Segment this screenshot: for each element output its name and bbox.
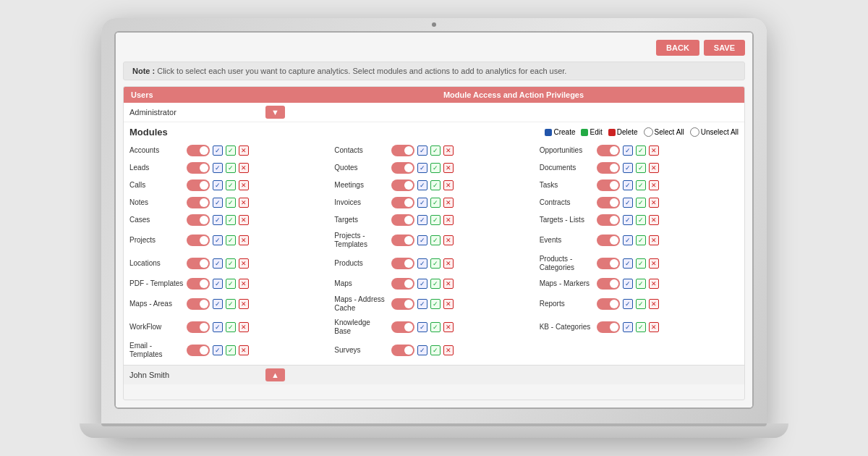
edit-checkbox[interactable]: ✓ bbox=[636, 198, 646, 208]
create-checkbox[interactable]: ✓ bbox=[623, 215, 633, 225]
module-toggle[interactable] bbox=[187, 321, 210, 333]
create-checkbox[interactable]: ✓ bbox=[213, 258, 223, 269]
edit-checkbox[interactable]: ✓ bbox=[226, 215, 236, 225]
unselect-all-radio[interactable] bbox=[690, 127, 699, 137]
create-checkbox[interactable]: ✓ bbox=[213, 215, 223, 225]
create-checkbox[interactable]: ✓ bbox=[623, 322, 633, 332]
module-toggle[interactable] bbox=[391, 214, 414, 226]
delete-checkbox[interactable]: ✕ bbox=[443, 215, 454, 225]
module-toggle[interactable] bbox=[597, 180, 620, 191]
edit-checkbox[interactable]: ✓ bbox=[226, 198, 236, 208]
module-toggle[interactable] bbox=[597, 235, 620, 246]
edit-checkbox[interactable]: ✓ bbox=[636, 258, 646, 269]
delete-checkbox[interactable]: ✕ bbox=[239, 258, 249, 269]
edit-checkbox[interactable]: ✓ bbox=[430, 163, 441, 173]
edit-checkbox[interactable]: ✓ bbox=[430, 299, 441, 309]
create-checkbox[interactable]: ✓ bbox=[213, 145, 223, 156]
user-dropdown-up-button[interactable]: ▲ bbox=[265, 368, 285, 381]
delete-checkbox[interactable]: ✕ bbox=[239, 345, 249, 355]
create-checkbox[interactable]: ✓ bbox=[417, 163, 427, 173]
delete-checkbox[interactable]: ✕ bbox=[443, 345, 454, 355]
create-checkbox[interactable]: ✓ bbox=[417, 345, 427, 355]
create-checkbox[interactable]: ✓ bbox=[623, 198, 633, 208]
module-toggle[interactable] bbox=[391, 278, 414, 290]
create-checkbox[interactable]: ✓ bbox=[213, 163, 223, 173]
edit-checkbox[interactable]: ✓ bbox=[226, 299, 236, 309]
delete-checkbox[interactable]: ✕ bbox=[649, 322, 659, 332]
module-toggle[interactable] bbox=[187, 258, 210, 269]
delete-checkbox[interactable]: ✕ bbox=[239, 163, 249, 173]
delete-checkbox[interactable]: ✕ bbox=[443, 163, 454, 173]
delete-checkbox[interactable]: ✕ bbox=[443, 258, 454, 269]
module-toggle[interactable] bbox=[391, 235, 414, 246]
edit-checkbox[interactable]: ✓ bbox=[430, 258, 441, 269]
create-checkbox[interactable]: ✓ bbox=[213, 345, 223, 355]
back-button[interactable]: BACK bbox=[656, 40, 699, 56]
edit-checkbox[interactable]: ✓ bbox=[430, 235, 441, 245]
select-all-radio[interactable] bbox=[644, 127, 653, 137]
delete-checkbox[interactable]: ✕ bbox=[443, 322, 454, 332]
edit-checkbox[interactable]: ✓ bbox=[430, 145, 441, 156]
module-toggle[interactable] bbox=[187, 214, 210, 226]
edit-checkbox[interactable]: ✓ bbox=[226, 345, 236, 355]
module-toggle[interactable] bbox=[187, 345, 210, 356]
create-checkbox[interactable]: ✓ bbox=[213, 180, 223, 190]
delete-checkbox[interactable]: ✕ bbox=[649, 215, 659, 225]
delete-checkbox[interactable]: ✕ bbox=[649, 235, 659, 245]
edit-checkbox[interactable]: ✓ bbox=[636, 322, 646, 332]
edit-checkbox[interactable]: ✓ bbox=[226, 163, 236, 173]
create-checkbox[interactable]: ✓ bbox=[623, 299, 633, 309]
edit-checkbox[interactable]: ✓ bbox=[226, 235, 236, 245]
module-toggle[interactable] bbox=[597, 145, 620, 156]
delete-checkbox[interactable]: ✕ bbox=[239, 198, 249, 208]
edit-checkbox[interactable]: ✓ bbox=[226, 180, 236, 190]
module-toggle[interactable] bbox=[187, 197, 210, 208]
module-toggle[interactable] bbox=[597, 321, 620, 333]
module-toggle[interactable] bbox=[391, 145, 414, 156]
delete-checkbox[interactable]: ✕ bbox=[239, 299, 249, 309]
delete-checkbox[interactable]: ✕ bbox=[649, 163, 659, 173]
delete-checkbox[interactable]: ✕ bbox=[443, 180, 454, 190]
module-toggle[interactable] bbox=[391, 162, 414, 174]
module-toggle[interactable] bbox=[187, 278, 210, 290]
module-toggle[interactable] bbox=[391, 258, 414, 269]
create-checkbox[interactable]: ✓ bbox=[417, 180, 427, 190]
edit-checkbox[interactable]: ✓ bbox=[636, 279, 646, 289]
delete-checkbox[interactable]: ✕ bbox=[443, 235, 454, 245]
delete-checkbox[interactable]: ✕ bbox=[239, 145, 249, 156]
module-toggle[interactable] bbox=[597, 162, 620, 174]
create-checkbox[interactable]: ✓ bbox=[213, 299, 223, 309]
delete-checkbox[interactable]: ✕ bbox=[443, 299, 454, 309]
module-toggle[interactable] bbox=[597, 298, 620, 310]
module-toggle[interactable] bbox=[391, 298, 414, 310]
edit-checkbox[interactable]: ✓ bbox=[430, 198, 441, 208]
select-all-label[interactable]: Select All bbox=[644, 127, 684, 137]
create-checkbox[interactable]: ✓ bbox=[417, 198, 427, 208]
delete-checkbox[interactable]: ✕ bbox=[239, 180, 249, 190]
create-checkbox[interactable]: ✓ bbox=[213, 198, 223, 208]
edit-checkbox[interactable]: ✓ bbox=[430, 322, 441, 332]
delete-checkbox[interactable]: ✕ bbox=[239, 279, 249, 289]
create-checkbox[interactable]: ✓ bbox=[623, 258, 633, 269]
module-toggle[interactable] bbox=[187, 180, 210, 191]
delete-checkbox[interactable]: ✕ bbox=[443, 145, 454, 156]
create-checkbox[interactable]: ✓ bbox=[623, 163, 633, 173]
delete-checkbox[interactable]: ✕ bbox=[443, 279, 454, 289]
create-checkbox[interactable]: ✓ bbox=[213, 322, 223, 332]
create-checkbox[interactable]: ✓ bbox=[417, 258, 427, 269]
delete-checkbox[interactable]: ✕ bbox=[649, 299, 659, 309]
edit-checkbox[interactable]: ✓ bbox=[636, 180, 646, 190]
delete-checkbox[interactable]: ✕ bbox=[239, 215, 249, 225]
create-checkbox[interactable]: ✓ bbox=[417, 279, 427, 289]
module-toggle[interactable] bbox=[391, 345, 414, 356]
create-checkbox[interactable]: ✓ bbox=[213, 235, 223, 245]
create-checkbox[interactable]: ✓ bbox=[213, 279, 223, 289]
delete-checkbox[interactable]: ✕ bbox=[239, 235, 249, 245]
unselect-all-label[interactable]: Unselect All bbox=[690, 127, 739, 137]
edit-checkbox[interactable]: ✓ bbox=[226, 145, 236, 156]
delete-checkbox[interactable]: ✕ bbox=[443, 198, 454, 208]
delete-checkbox[interactable]: ✕ bbox=[649, 258, 659, 269]
module-toggle[interactable] bbox=[187, 162, 210, 174]
edit-checkbox[interactable]: ✓ bbox=[636, 163, 646, 173]
module-toggle[interactable] bbox=[391, 197, 414, 208]
